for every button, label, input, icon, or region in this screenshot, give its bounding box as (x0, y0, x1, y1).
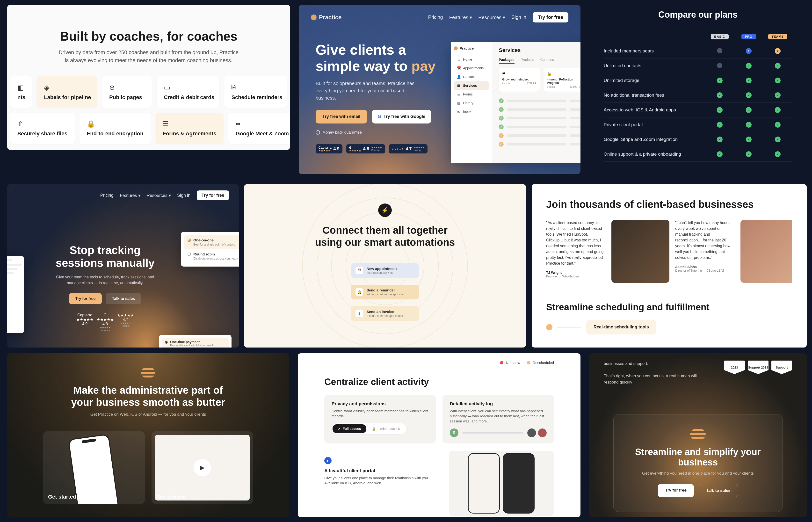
package-card[interactable]: ❤Grow your mindset6 appts$799 PP (499, 68, 540, 92)
feature-card[interactable]: ◈Labels for pipeline (37, 76, 97, 108)
section-title: Streamline scheduling and fulfillment (546, 302, 792, 313)
google-icon: G (378, 114, 381, 119)
tab-packages[interactable]: Packages (499, 58, 514, 64)
feature-card[interactable]: ▪▪Google Meet & Zoom (228, 113, 290, 144)
avatar: R (450, 428, 459, 437)
feature-card[interactable]: ☰Forms & Agreements (156, 113, 224, 144)
nav-resources[interactable]: Resources ▾ (147, 193, 171, 198)
sidebar-icon: ⌂ (457, 58, 461, 61)
feature-icon: 🔒 (87, 120, 144, 128)
automation-step[interactable]: $Send an invoice2 hours after the appt e… (351, 306, 419, 321)
plan-feature-row: No additional transaction fees✓✓✓ (604, 88, 792, 103)
sidebar-item-appointments[interactable]: 📅Appointments (454, 64, 489, 73)
panel-title: Services (499, 47, 581, 54)
tab-products[interactable]: Products (521, 58, 534, 64)
package-card[interactable]: 🔒4-month Reflection Program8 appts$1,500… (544, 68, 581, 92)
brand-logo[interactable]: Practice (311, 14, 342, 21)
testimonial-photo (611, 220, 669, 283)
radio-icon: ◉ (165, 340, 168, 344)
feature-box[interactable]: Real-time scheduling tools (586, 320, 656, 335)
list-item[interactable]: ✓ (499, 122, 581, 131)
sidebar-icon: ▤ (457, 101, 461, 105)
get-started-card[interactable]: Get started→ (43, 431, 145, 504)
feature-label: Public pages (109, 94, 144, 101)
feature-label: Online support & a private onboarding (604, 152, 705, 157)
cta-title: Streamline and simplify your business (623, 447, 773, 468)
feature-card[interactable]: ⇧Securely share files (10, 113, 75, 144)
seg-limited-access[interactable]: 🔒Limited access (366, 424, 406, 433)
automation-step[interactable]: 🔔Send a reminder24 hours before the appt… (351, 285, 419, 299)
automation-step[interactable]: 📅New appointmentIntroduction call • 45' (351, 263, 419, 278)
nav-signin[interactable]: Sign in (511, 15, 526, 20)
list-item[interactable]: ✓ (499, 105, 581, 114)
tile-centralize-activity: No-show Rescheduled Centralize client ac… (298, 353, 581, 517)
top-note: businesses and support. That's right, wh… (604, 361, 705, 385)
sidebar-item-home[interactable]: ⌂Home (454, 55, 489, 64)
play-icon: ▶ (194, 459, 211, 476)
feature-card[interactable]: ▭Credit & debit cards (157, 76, 219, 108)
radio-option[interactable]: One-on-oneBest for a single point of con… (184, 235, 239, 249)
plan-feature-row: Unlimited contacts–✓✓ (604, 59, 792, 73)
talk-to-sales-button[interactable]: Talk to sales (699, 484, 738, 497)
check-icon: ✓ (746, 78, 752, 83)
talk-to-sales-button[interactable]: Talk to sales (106, 293, 141, 304)
try-for-free-button[interactable]: Try for free (658, 484, 694, 497)
check-icon: ✓ (499, 107, 504, 112)
check-icon: ✓ (499, 124, 504, 129)
seg-full-access[interactable]: ✓Full access (332, 424, 366, 433)
brand-mark-icon (690, 429, 706, 440)
radio-option[interactable]: Round robinDistribute events across your… (184, 249, 239, 263)
section-title: Centralize client activity (324, 377, 554, 387)
sidebar-item-services[interactable]: ⊞Services (454, 81, 489, 90)
try-google-button[interactable]: GTry free with Google (372, 110, 431, 123)
subheading: Get Practice on Web, iOS or Android — fo… (36, 412, 260, 417)
step-icon: 📅 (356, 266, 363, 274)
check-icon: ✓ (775, 122, 780, 127)
feature-card[interactable]: ⎘Schedule reminders (224, 76, 287, 108)
access-segmented-control[interactable]: ✓Full access 🔒Limited access (331, 423, 406, 434)
list-item[interactable]: ✓ (499, 131, 581, 140)
sidebar-item-library[interactable]: ▤Library (454, 99, 489, 107)
list-item[interactable]: ✓ (499, 140, 581, 148)
nav-features[interactable]: Features ▾ (120, 193, 140, 198)
tile-hero-payments: Practice Pricing Features ▾ Resources ▾ … (299, 5, 581, 174)
tile-compare-plans: Compare our plans BASIC PRO TEAMS Includ… (589, 5, 807, 174)
try-for-free-button[interactable]: Try for free (197, 190, 229, 200)
nav-resources[interactable]: Resources ▾ (478, 15, 505, 20)
radio-option[interactable]: ◉One-time paymentPay for this service in… (162, 338, 229, 347)
feature-card[interactable]: ◧nts (10, 76, 32, 108)
plan-feature-row: Private client portal✓✓✓ (604, 117, 792, 132)
rating-badge: Capterra★★★★★4.9 (316, 144, 342, 154)
hero-title: Stop tracking sessions manually (53, 244, 157, 269)
check-icon: ✓ (746, 63, 752, 68)
sidebar-item-inbox[interactable]: ✉Inbox (454, 107, 489, 116)
status-rescheduled: Rescheduled (527, 361, 554, 365)
feature-card[interactable]: ⊕Public pages (102, 76, 152, 108)
feature-icon: ⇧ (17, 120, 67, 128)
plan-pill-teams: TEAMS (768, 34, 787, 39)
nav-features[interactable]: Features ▾ (449, 15, 472, 20)
try-for-free-button[interactable]: Try for free (69, 293, 102, 304)
list-item[interactable]: ✓ (499, 96, 581, 105)
feature-label: Google Meet & Zoom (236, 130, 289, 137)
subheading: Driven by data from over 250 coaches and… (57, 48, 241, 64)
hero-subtitle: Built for solopreneurs and teams, Practi… (316, 80, 422, 101)
feature-label: Unlimited contacts (604, 63, 705, 68)
try-email-button[interactable]: Try free with email (316, 110, 367, 123)
app-preview: Practice ⌂Home📅Appointments👤Contacts⊞Ser… (451, 42, 581, 163)
list-item[interactable]: ✓ (499, 114, 581, 122)
seat-count: 2 (775, 48, 780, 54)
tab-coupons[interactable]: Coupons (540, 58, 554, 64)
nav-signin[interactable]: Sign in (177, 193, 190, 198)
sidebar-item-forms[interactable]: ☰Forms (454, 90, 489, 99)
check-icon: ✓ (746, 151, 752, 157)
feature-card[interactable]: 🔒End-to-end encryption (80, 113, 151, 144)
try-for-free-button[interactable]: Try for free (533, 12, 568, 22)
top-nav: Pricing Features ▾ Resources ▾ Sign in T… (7, 184, 239, 200)
see-demo-card[interactable]: ▶ See a demo→ (151, 431, 253, 504)
step-icon: 🔔 (356, 288, 363, 296)
sidebar-item-contacts[interactable]: 👤Contacts (454, 73, 489, 81)
seat-count: 1 (746, 48, 752, 54)
nav-pricing[interactable]: Pricing (100, 193, 114, 198)
nav-pricing[interactable]: Pricing (428, 15, 443, 20)
